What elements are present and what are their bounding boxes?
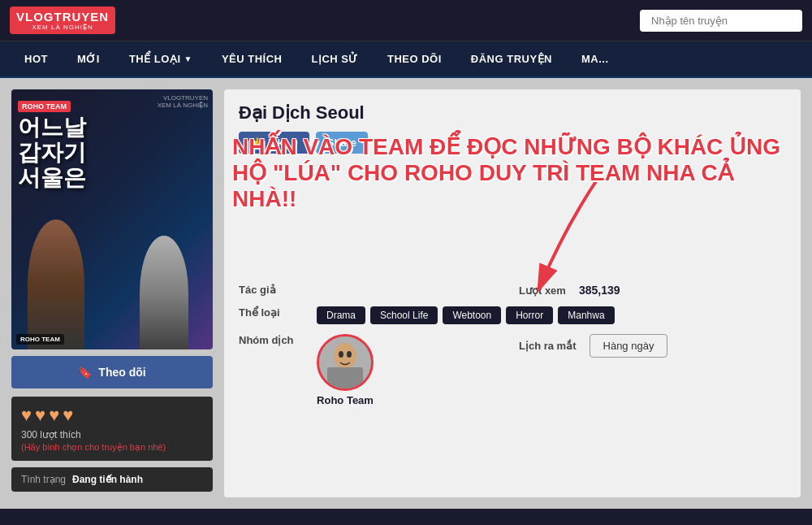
follow-button[interactable]: 🔖 Theo dõi: [11, 356, 213, 388]
header: VLOGTRUYEN XEM LÀ NGHIỆN: [0, 0, 812, 41]
status-area: Tình trạng Đang tiến hành: [11, 467, 213, 492]
heart-icon-1[interactable]: ♥: [21, 405, 32, 426]
logo-area[interactable]: VLOGTRUYEN XEM LÀ NGHIỆN: [10, 7, 115, 34]
luot-xem-val: 385,139: [579, 284, 620, 297]
nhom-dich-lich-row: Nhóm dịch: [239, 334, 786, 406]
tag-webtoon[interactable]: Webtoon: [443, 306, 501, 324]
right-panel: Đại Dịch Seoul 👍 Like 0 Share NHẤN VÀO T…: [224, 89, 801, 497]
team-avatar-wrap[interactable]: Roho Team: [317, 334, 374, 406]
team-avatar-inner: [319, 336, 371, 388]
tag-horror[interactable]: Horror: [506, 306, 553, 324]
hearts-row: ♥ ♥ ♥ ♥: [21, 405, 203, 426]
nav-moi[interactable]: MỚI: [63, 41, 114, 76]
status-label: Tình trạng: [21, 474, 66, 485]
bookmark-icon: 🔖: [78, 366, 92, 379]
tag-manhwa[interactable]: Manhwa: [558, 306, 614, 324]
manga-title: Đại Dịch Seoul: [239, 102, 786, 124]
tag-school-life[interactable]: School Life: [370, 306, 438, 324]
svg-point-2: [339, 351, 343, 358]
main-content: ROHO TEAM 어느날갑자기서울은 VLOGTRUYENXEM LÀ NGH…: [0, 78, 812, 509]
character-1: [28, 219, 84, 349]
status-value: Đang tiến hành: [72, 474, 143, 485]
the-loai-label: Thể loại: [239, 306, 304, 319]
search-box[interactable]: [640, 10, 802, 32]
tac-gia-label: Tác giả: [239, 284, 304, 296]
info-section: Tác giả Lượt xem 385,139 Thể loại Drama …: [239, 284, 786, 406]
cover-title-kr: 어느날갑자기서울은: [18, 115, 206, 190]
logo-bottom: XEM LÀ NGHIỆN: [32, 24, 93, 31]
search-input[interactable]: [640, 10, 802, 32]
heart-icon-3[interactable]: ♥: [49, 405, 59, 426]
nav-more[interactable]: MA...: [567, 41, 624, 76]
tags-list: Drama School Life Webtoon Horror Manhwa: [317, 306, 615, 324]
heart-icon-2[interactable]: ♥: [35, 405, 45, 426]
thumbs-up-icon: 👍: [250, 137, 263, 149]
lich-ra-mat-button[interactable]: Hàng ngày: [590, 334, 668, 358]
nav: HOT MỚI THỂ LOẠI ▼ YÊU THÍCH LỊCH SỬ THE…: [0, 41, 812, 78]
team-name: Roho Team: [317, 394, 374, 406]
tac-gia-row: Tác giả Lượt xem 385,139: [239, 284, 786, 297]
nhom-dich-label: Nhóm dịch: [239, 334, 304, 346]
status-row: Tình trạng Đang tiến hành: [21, 474, 203, 485]
nav-dang-truyen[interactable]: ĐĂNG TRUYỆN: [456, 41, 567, 76]
rating-area: ♥ ♥ ♥ ♥ 300 lượt thích (Hãy bình chọn ch…: [11, 397, 213, 461]
rating-count: 300 lượt thích: [21, 429, 203, 440]
overlay-line-2: HỘ "LÚA" CHO ROHO DUY TRÌ TEAM NHA CẢ NH…: [232, 160, 793, 212]
logo-top: VLOGTRUYEN: [16, 10, 109, 24]
lich-ra-mat-row: Lịch ra mắt Hàng ngày: [519, 334, 786, 358]
roho-badge: ROHO TEAM: [16, 334, 64, 345]
nav-the-loai[interactable]: THỂ LOẠI ▼: [114, 41, 207, 76]
svg-point-3: [347, 351, 352, 358]
luot-xem-label: Lượt xem: [519, 284, 566, 297]
action-row: 👍 Like 0 Share: [239, 132, 786, 154]
cover-watermark: VLOGTRUYENXEM LÀ NGHIỆN: [158, 94, 208, 109]
lich-ra-mat-label: Lịch ra mắt: [519, 340, 577, 352]
nav-lich-su[interactable]: LỊCH SỬ: [296, 41, 373, 76]
follow-label: Theo dõi: [98, 366, 145, 379]
nav-hot[interactable]: HOT: [10, 41, 63, 76]
like-label: Like 0: [268, 137, 298, 149]
logo-box[interactable]: VLOGTRUYEN XEM LÀ NGHIỆN: [10, 7, 115, 34]
character-2: [140, 236, 188, 349]
rating-note: (Hãy bình chọn cho truyện bạn nhé): [21, 442, 203, 453]
chevron-down-icon: ▼: [184, 54, 192, 63]
lich-ra-mat-val: Hàng ngày: [603, 340, 654, 352]
nav-yeu-thich[interactable]: YÊU THÍCH: [207, 41, 297, 76]
share-label: Share: [327, 137, 356, 149]
nhom-dich-row: Nhóm dịch: [239, 334, 506, 406]
share-button[interactable]: Share: [316, 132, 368, 154]
the-loai-row: Thể loại Drama School Life Webtoon Horro…: [239, 306, 786, 324]
team-avatar[interactable]: [317, 334, 374, 391]
svg-rect-4: [327, 367, 363, 388]
nav-theo-doi[interactable]: THEO DÕI: [373, 41, 456, 76]
cover-image: ROHO TEAM 어느날갑자기서울은 VLOGTRUYENXEM LÀ NGH…: [11, 89, 213, 349]
tag-drama[interactable]: Drama: [317, 306, 365, 324]
cover-badge: ROHO TEAM: [18, 101, 71, 112]
heart-icon-4[interactable]: ♥: [63, 405, 73, 426]
cover-text-block: ROHO TEAM 어느날갑자기서울은: [18, 98, 206, 190]
like-button[interactable]: 👍 Like 0: [239, 132, 309, 154]
left-panel: ROHO TEAM 어느날갑자기서울은 VLOGTRUYENXEM LÀ NGH…: [11, 89, 213, 497]
